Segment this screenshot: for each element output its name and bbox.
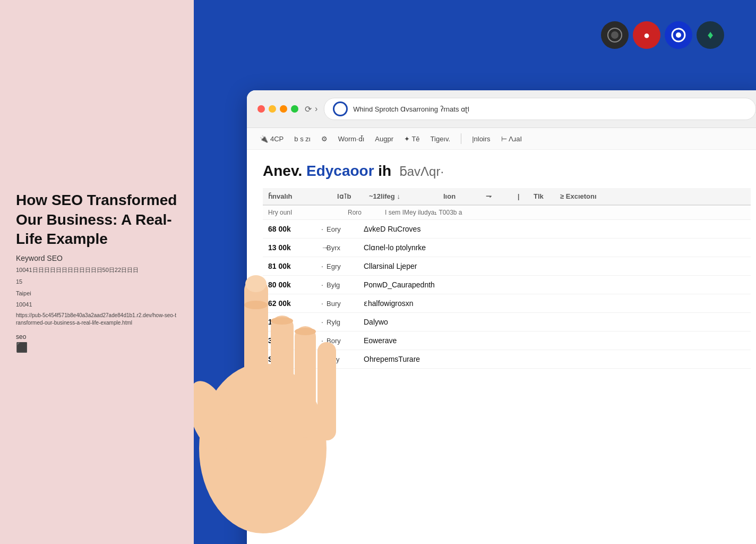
nav-forward-icon[interactable]: ›	[315, 104, 317, 114]
cell-code-5: Rylg	[327, 318, 364, 326]
table-row: 68 00k · Eory ΔvkeD RuCroves	[263, 220, 751, 239]
cell-name-3: PonwD_Caurapednth	[364, 280, 745, 289]
cell-code-6: Bory	[327, 337, 364, 345]
sh-roro: Roro	[348, 209, 385, 216]
cell-code-0: Eory	[327, 225, 364, 233]
cell-volume-3: 80 00k	[268, 280, 321, 289]
cell-code-4: Bury	[327, 300, 364, 308]
cell-volume-2: 81 00k	[268, 262, 321, 270]
toolbar-label-nloirs: |nloirs	[472, 135, 490, 143]
toolbar-label-te: ✦ Tē	[404, 135, 420, 143]
address-bar[interactable]: Whind Sprotch Ɑvsarroning ʔrnats ɑʈl	[324, 98, 756, 120]
toolbar-item-augpr[interactable]: Augpr	[375, 135, 393, 143]
top-icon-3	[665, 21, 692, 49]
cell-dot-2: ·	[321, 262, 327, 270]
toolbar-item-2[interactable]: b s zι	[294, 135, 310, 143]
cell-code-3: Bylg	[327, 281, 364, 289]
right-area: ● ♦ ⟳ › Wh	[194, 0, 756, 544]
toolbar-label-1: 4CP	[270, 135, 284, 143]
table-row: S0 00k · Nilly OhrepemsTurare	[263, 350, 751, 369]
page-title-part1: Anev.	[263, 163, 306, 179]
traffic-lights	[257, 105, 298, 113]
toolbar-item-te[interactable]: ✦ Tē	[404, 135, 420, 143]
dark-circle-icon	[607, 27, 623, 43]
toolbar-item-worm[interactable]: Worm·d̈ı	[338, 135, 365, 143]
cell-volume-1: 13 00k	[268, 243, 321, 252]
cell-code-2: Egry	[327, 262, 364, 270]
th-invalid: ɦnvalιh	[268, 192, 337, 200]
th-tlk: Tlk	[534, 192, 560, 200]
toolbar-icon-1: 🔌	[260, 135, 268, 143]
sidebar-title: How SEO Transformed Our Business: A Real…	[16, 191, 178, 249]
traffic-light-yellow[interactable]	[269, 105, 276, 113]
toolbar-item-aral[interactable]: ⊢ ɅɹaI	[501, 135, 522, 143]
toolbar-label-tigeiv: Tigeıv.	[431, 135, 451, 143]
cell-name-5: Dalywo	[364, 318, 745, 326]
browser-window: ⟳ › Whind Sprotch Ɑvsarroning ʔrnats ɑʈl…	[247, 90, 756, 544]
red-icon: ●	[643, 29, 650, 41]
address-circle-icon	[333, 101, 348, 116]
th-lion: lιon	[443, 192, 486, 200]
data-rows-container: 68 00k · Eory ΔvkeD RuCroves 13 00k → By…	[263, 220, 751, 369]
toolbar-divider	[461, 133, 461, 144]
traffic-light-orange[interactable]	[280, 105, 287, 113]
sh-hry: Hry ounΙ	[268, 209, 348, 216]
cell-name-1: Clɑnel-lo ptolynrke	[364, 243, 745, 252]
cell-name-2: Cllarsinal Ljeper	[364, 262, 745, 270]
traffic-light-green[interactable]	[291, 105, 298, 113]
svg-point-5	[194, 375, 240, 457]
table-row: 13 00k → Byrx Clɑnel-lo ptolynrke	[263, 239, 751, 257]
toolbar-item-tigeiv[interactable]: Tigeıv.	[431, 135, 451, 143]
cell-volume-5: 17 004	[268, 318, 321, 326]
top-icon-2: ●	[633, 21, 660, 49]
toolbar-label-aral: ⊢ ɅɹaI	[501, 135, 522, 143]
table-row: 17 004 · Rylg Dalywo	[263, 313, 751, 332]
sidebar-meta-id: 10041	[16, 300, 178, 310]
sidebar-meta-line2: 15	[16, 277, 178, 287]
top-icon-1	[601, 21, 629, 49]
sidebar-meta-line1: 10041日日日日日日日日日日日日50日22日日日	[16, 266, 178, 275]
cell-dot-3: ·	[321, 280, 327, 289]
toolbar-icon-2: ⚙	[321, 135, 328, 143]
sidebar-keyword: Keyword SEO	[16, 254, 178, 262]
toolbar-item-3[interactable]: ⚙	[321, 135, 328, 143]
nav-arrows: ⟳ ›	[305, 104, 317, 114]
green-icon: ♦	[707, 28, 713, 42]
page-title-highlight: Edycaoor	[306, 163, 374, 179]
traffic-light-red[interactable]	[257, 105, 265, 113]
data-table: ɦnvalιh lɑ⊺b ~12lifeg ↓ lιon ⇁ | Tlk ≥ E…	[263, 188, 751, 369]
cell-code-1: Byrx	[327, 244, 364, 252]
sidebar-meta-city: Taipei	[16, 289, 178, 299]
page-title: Anev. Edycaoor ih ƃavΛqr·	[263, 163, 751, 180]
th-excietonI: ≥ Excıetonı	[560, 192, 640, 200]
th-12lifeg[interactable]: ~12lifeg ↓	[369, 192, 443, 200]
table-row: 80 00k · Bylg PonwD_Caurapednth	[263, 276, 751, 294]
nav-refresh-icon[interactable]: ⟳	[305, 104, 312, 114]
cell-name-6: Eowerave	[364, 336, 745, 345]
sidebar-tag: seo	[16, 333, 178, 341]
cell-volume-0: 68 00k	[268, 225, 321, 233]
toolbar-label-worm: Worm·d̈ı	[338, 135, 365, 143]
cell-volume-4: 62 00k	[268, 299, 321, 308]
page-title-part3: ƃavΛqr·	[396, 164, 444, 178]
browser-content: Anev. Edycaoor ih ƃavΛqr· ɦnvalιh lɑ⊺b ~…	[247, 150, 756, 381]
th-lb: lɑ⊺b	[337, 192, 369, 200]
sidebar-url: https://pub-5c454f571b8e40a3a2aad27ade84…	[16, 312, 178, 327]
cell-dot-4: ·	[321, 299, 327, 308]
cell-name-0: ΔvkeD RuCroves	[364, 225, 745, 233]
th-sep: |	[518, 193, 534, 200]
cell-volume-6: 32 00k	[268, 336, 321, 345]
toolbar-label-augpr: Augpr	[375, 135, 393, 143]
toolbar-item-1[interactable]: 🔌 4CP	[260, 135, 284, 143]
toolbar-item-nloirs[interactable]: |nloirs	[472, 135, 490, 143]
address-text: Whind Sprotch Ɑvsarroning ʔrnats ɑʈl	[353, 105, 747, 113]
subheader-row: Hry ounΙ Roro I sem IMey iludya₁ T003b a	[263, 206, 751, 220]
table-headers-row: ɦnvalιh lɑ⊺b ~12lifeg ↓ lιon ⇁ | Tlk ≥ E…	[263, 188, 751, 206]
table-row: 62 00k · Bury ɛhalfowigrosxn	[263, 294, 751, 313]
top-icon-4: ♦	[697, 21, 724, 49]
cell-volume-7: S0 00k	[268, 355, 321, 363]
top-icons-bar: ● ♦	[601, 21, 724, 49]
cell-name-7: OhrepemsTurare	[364, 355, 745, 363]
browser-chrome: ⟳ › Whind Sprotch Ɑvsarroning ʔrnats ɑʈl	[247, 90, 756, 128]
sh-isam: I sem IMey iludya₁ T003b a	[385, 209, 745, 216]
